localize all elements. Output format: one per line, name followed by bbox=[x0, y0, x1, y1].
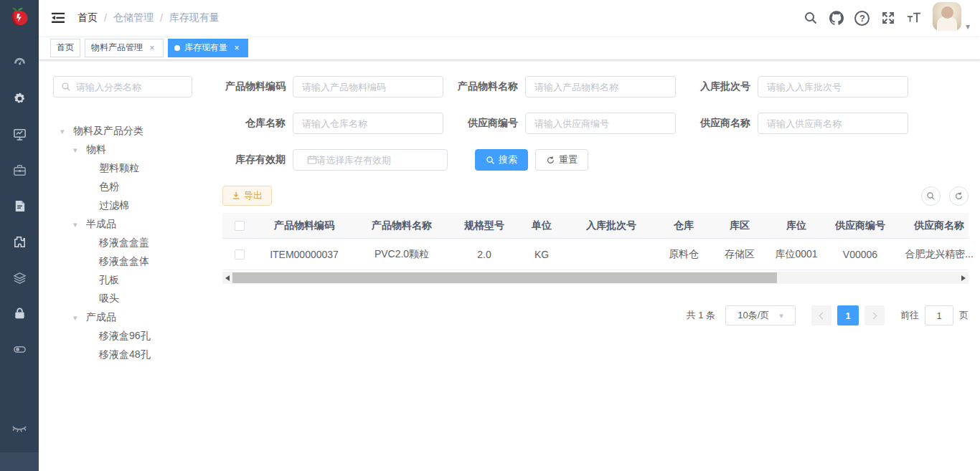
column-header[interactable]: 产品物料编码 bbox=[257, 219, 352, 232]
field-label: 产品物料编码 bbox=[222, 80, 293, 93]
tree-node-filter-cotton[interactable]: ▾过滤棉 bbox=[53, 196, 194, 215]
caret-down-icon[interactable]: ▾ bbox=[73, 313, 86, 323]
tree-node-box-body[interactable]: ▾移液盒盒体 bbox=[53, 252, 194, 271]
refresh-icon bbox=[546, 156, 555, 165]
calendar-icon bbox=[307, 155, 317, 165]
warehouse-name-input[interactable] bbox=[293, 113, 443, 134]
tree-node-well-plate[interactable]: ▾孔板 bbox=[53, 271, 194, 290]
puzzle-icon bbox=[13, 235, 27, 249]
sidebar-item-permissions[interactable] bbox=[0, 295, 39, 331]
sidebar-item-toolbox[interactable] bbox=[0, 152, 39, 188]
field-label: 供应商编号 bbox=[455, 117, 525, 130]
tree-node-material[interactable]: ▾物料 bbox=[53, 141, 194, 159]
horizontal-scrollbar[interactable] bbox=[222, 272, 969, 284]
cell-item-code: ITEM00000037 bbox=[257, 249, 352, 260]
search-icon bbox=[926, 191, 936, 201]
page-size-select[interactable]: 10条/页 ▾ bbox=[725, 305, 796, 325]
export-button[interactable]: 导出 bbox=[222, 186, 272, 206]
caret-down-icon[interactable]: ▾ bbox=[60, 127, 73, 136]
column-header[interactable]: 供应商编号 bbox=[825, 219, 895, 232]
column-header[interactable]: 库区 bbox=[712, 219, 768, 232]
scroll-right-arrow-icon[interactable] bbox=[958, 272, 969, 284]
caret-down-icon[interactable]: ▾ bbox=[73, 220, 86, 229]
toolbar-right bbox=[921, 186, 969, 206]
tree-node-box-48[interactable]: ▾移液盒48孔 bbox=[53, 346, 194, 364]
column-header[interactable]: 单位 bbox=[517, 219, 567, 232]
cell-spec: 2.0 bbox=[452, 249, 517, 260]
column-header[interactable]: 仓库 bbox=[656, 219, 712, 232]
tree-node-pipette-tip[interactable]: ▾吸头 bbox=[53, 290, 194, 308]
tree-node-label: 吸头 bbox=[99, 292, 119, 305]
cell-storage-bin: 库位0001 bbox=[768, 248, 825, 261]
item-name-input[interactable] bbox=[525, 76, 676, 97]
scrollbar-thumb[interactable] bbox=[232, 272, 777, 283]
tree-node-finished[interactable]: ▾产成品 bbox=[53, 308, 194, 327]
tree-node-semi-finished[interactable]: ▾半成品 bbox=[53, 215, 194, 234]
monitor-chart-icon bbox=[13, 128, 27, 141]
tree-node-label: 物料 bbox=[86, 143, 106, 156]
toggle-icon bbox=[13, 343, 27, 356]
sidebar-item-switch[interactable] bbox=[0, 331, 39, 367]
sidebar-item-components[interactable] bbox=[0, 224, 39, 260]
page-number-1[interactable]: 1 bbox=[837, 305, 859, 325]
reset-button[interactable]: 重置 bbox=[535, 149, 588, 171]
eye-closed-icon[interactable] bbox=[11, 422, 27, 435]
field-item-code: 产品物料编码 bbox=[222, 76, 443, 97]
row-checkbox-cell bbox=[222, 249, 257, 260]
tree-node-box-96[interactable]: ▾移液盒96孔 bbox=[53, 327, 194, 346]
breadcrumb-home[interactable]: 首页 bbox=[77, 11, 98, 24]
github-link[interactable] bbox=[824, 0, 849, 36]
tree-node-plastic-pellet[interactable]: ▾塑料颗粒 bbox=[53, 159, 194, 178]
prev-page-button[interactable] bbox=[811, 305, 831, 325]
item-code-input[interactable] bbox=[293, 76, 443, 97]
batch-no-input[interactable] bbox=[758, 76, 908, 97]
breadcrumb-current: 库存现有量 bbox=[169, 11, 220, 24]
sidebar-item-monitor[interactable] bbox=[0, 116, 39, 152]
header-search-button[interactable] bbox=[798, 0, 824, 36]
reset-button-label: 重置 bbox=[559, 153, 578, 166]
logo-strawberry-icon bbox=[7, 5, 32, 31]
column-header[interactable]: 库位 bbox=[768, 219, 825, 232]
goto-page-input[interactable] bbox=[925, 305, 953, 325]
caret-down-icon[interactable]: ▾ bbox=[73, 146, 86, 155]
row-checkbox[interactable] bbox=[235, 249, 245, 260]
fullscreen-button[interactable] bbox=[875, 0, 901, 36]
refresh-table-button[interactable] bbox=[949, 186, 969, 206]
field-label: 库存有效期 bbox=[222, 153, 293, 166]
help-button[interactable]: ? bbox=[849, 0, 875, 36]
sidebar-item-settings[interactable] bbox=[0, 80, 39, 116]
tags-view-bar: 首页 物料产品管理 × 库存现有量 × bbox=[39, 36, 980, 60]
close-icon[interactable]: × bbox=[147, 43, 157, 53]
hamburger-icon[interactable] bbox=[50, 10, 66, 26]
tree-node-root[interactable]: ▾物料及产品分类 bbox=[53, 122, 194, 141]
supplier-name-input[interactable] bbox=[758, 113, 908, 134]
column-header[interactable]: 供应商名称 bbox=[895, 219, 980, 232]
close-icon[interactable]: × bbox=[232, 43, 242, 53]
font-size-button[interactable] bbox=[901, 0, 927, 36]
column-header[interactable]: 规格型号 bbox=[452, 219, 517, 232]
tree-node-pigment[interactable]: ▾色粉 bbox=[53, 178, 194, 196]
tree-search-input[interactable] bbox=[76, 82, 184, 92]
toggle-search-button[interactable] bbox=[921, 186, 941, 206]
supplier-code-input[interactable] bbox=[525, 113, 676, 134]
table-row[interactable]: ITEM00000037 PVC2.0颗粒 2.0 KG 原料仓 存储区 库位0… bbox=[222, 239, 969, 270]
avatar[interactable] bbox=[933, 2, 961, 31]
sidebar-item-dashboard[interactable] bbox=[0, 44, 39, 80]
select-all-checkbox[interactable] bbox=[235, 221, 245, 231]
tree-node-box-lid[interactable]: ▾移液盒盒盖 bbox=[53, 234, 194, 252]
app-logo[interactable] bbox=[0, 0, 39, 36]
column-header[interactable]: 产品物料名称 bbox=[352, 219, 452, 232]
tab-inventory-onhand[interactable]: 库存现有量 × bbox=[168, 39, 248, 57]
tab-home[interactable]: 首页 bbox=[50, 39, 80, 57]
tree-node-label: 色粉 bbox=[99, 181, 119, 194]
cell-storage-area: 存储区 bbox=[712, 248, 768, 261]
pagination: 共 1 条 10条/页 ▾ 1 前往 页 bbox=[222, 305, 969, 325]
user-menu[interactable]: ▾ bbox=[933, 2, 970, 34]
search-button[interactable]: 搜索 bbox=[475, 149, 528, 171]
sidebar-item-document[interactable] bbox=[0, 188, 39, 224]
next-page-button[interactable] bbox=[864, 305, 885, 325]
tab-material-product[interactable]: 物料产品管理 × bbox=[85, 39, 164, 57]
scroll-left-arrow-icon[interactable] bbox=[222, 272, 232, 284]
sidebar-item-layers[interactable] bbox=[0, 260, 39, 295]
column-header[interactable]: 入库批次号 bbox=[567, 219, 656, 232]
